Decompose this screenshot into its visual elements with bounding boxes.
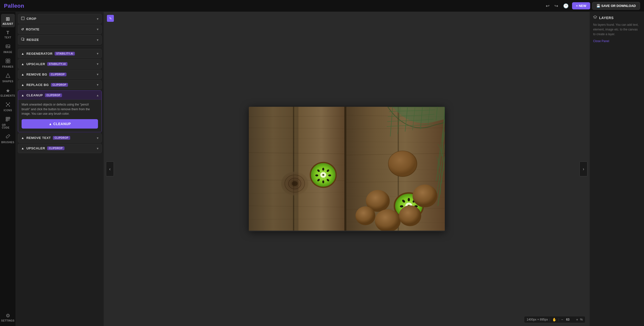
tool-remove-bg-left: ▲ REMOVE BG CLIPDROP bbox=[21, 73, 66, 76]
redo-button[interactable]: ↪ bbox=[553, 2, 560, 10]
tool-upscaler2: ▲ UPSCALER CLIPDROP ▾ bbox=[18, 144, 102, 153]
tool-rotate-header[interactable]: ↺ ROTATE ▾ bbox=[18, 25, 102, 34]
cleanup-icon: ▲ bbox=[21, 93, 24, 97]
svg-rect-0 bbox=[6, 45, 10, 48]
undo-button[interactable]: ↩ bbox=[544, 2, 551, 10]
upscaler1-chevron-icon: ▾ bbox=[97, 62, 98, 66]
tool-upscaler2-header[interactable]: ▲ UPSCALER CLIPDROP ▾ bbox=[18, 144, 102, 153]
tool-remove-bg-header[interactable]: ▲ REMOVE BG CLIPDROP ▾ bbox=[18, 70, 102, 79]
elements-icon: ★ bbox=[6, 88, 10, 94]
sidebar-item-icons[interactable]: ICONS bbox=[1, 100, 15, 114]
tool-upscaler1: ▲ UPSCALER STABILITY.AI ▾ bbox=[18, 59, 102, 69]
tool-remove-bg-label: REMOVE BG bbox=[26, 73, 47, 76]
zoom-percent-label: % bbox=[580, 318, 583, 321]
tool-replace-bg-left: ▲ REPLACE BG CLIPDROP bbox=[21, 83, 68, 87]
sidebar-item-image[interactable]: IMAGE bbox=[1, 42, 15, 55]
hand-tool-button[interactable]: ✋ bbox=[552, 318, 557, 322]
tool-upscaler1-left: ▲ UPSCALER STABILITY.AI bbox=[21, 62, 68, 66]
tool-cleanup-header[interactable]: ▲ CLEANUP CLIPDROP ▴ bbox=[18, 91, 102, 100]
sidebar-item-brushes-label: BRUSHES bbox=[1, 141, 14, 144]
zoom-input[interactable] bbox=[565, 318, 574, 321]
canvas-nav-left-button[interactable]: ‹ bbox=[106, 162, 114, 176]
svg-marker-110 bbox=[594, 16, 597, 17]
tool-upscaler1-header[interactable]: ▲ UPSCALER STABILITY.AI ▾ bbox=[18, 59, 102, 68]
app-logo: Palleon bbox=[4, 3, 24, 9]
svg-point-101 bbox=[400, 205, 403, 207]
sidebar-item-brushes[interactable]: BRUSHES bbox=[1, 132, 15, 146]
remove-bg-badge: CLIPDROP bbox=[49, 73, 66, 76]
history-button[interactable]: 🕐 bbox=[562, 2, 570, 10]
sidebar-item-frames[interactable]: FRAMES bbox=[1, 56, 15, 70]
regenerator-icon: ▲ bbox=[21, 52, 24, 55]
tools-divider-1 bbox=[18, 47, 102, 47]
svg-rect-17 bbox=[6, 120, 7, 121]
sidebar-item-settings[interactable]: ⚙ SETTINGS bbox=[1, 311, 15, 324]
zoom-in-button[interactable]: + bbox=[576, 318, 578, 322]
image-dimensions-label: 1400px × 895px bbox=[527, 318, 548, 321]
cleanup-action-button[interactable]: ▲ CLEANUP bbox=[22, 119, 98, 129]
svg-point-107 bbox=[412, 184, 437, 207]
upscaler1-icon: ▲ bbox=[21, 62, 24, 66]
sidebar-item-shapes[interactable]: SHAPES bbox=[1, 71, 15, 85]
zoom-out-button[interactable]: − bbox=[561, 318, 564, 322]
tool-regenerator-header[interactable]: ▲ REGENERATOR STABILITY.AI ▾ bbox=[18, 49, 102, 58]
layers-empty-message: No layers found. You can add text, eleme… bbox=[593, 22, 640, 37]
regenerator-chevron-icon: ▾ bbox=[97, 51, 98, 55]
sidebar-item-icons-label: ICONS bbox=[4, 109, 12, 112]
cleanup-badge: CLIPDROP bbox=[45, 93, 62, 97]
tool-regenerator-label: REGENERATOR bbox=[26, 52, 52, 55]
svg-point-89 bbox=[389, 151, 416, 176]
upscaler1-badge: STABILITY.AI bbox=[47, 62, 68, 66]
icon-sidebar: ⊞ ADJUST T TEXT IMAGE bbox=[0, 12, 16, 326]
tool-replace-bg-label: REPLACE BG bbox=[26, 83, 48, 87]
remove-bg-icon: ▲ bbox=[21, 73, 24, 76]
save-download-button[interactable]: 💾 SAVE OR DOWNLOAD bbox=[592, 2, 640, 10]
layers-title: LAYERS bbox=[593, 15, 640, 20]
remove-bg-chevron-icon: ▾ bbox=[97, 72, 98, 76]
canvas-image bbox=[249, 107, 445, 231]
tool-rotate: ↺ ROTATE ▾ bbox=[18, 24, 102, 34]
layers-panel: LAYERS No layers found. You can add text… bbox=[590, 12, 644, 326]
svg-rect-19 bbox=[9, 119, 10, 120]
sidebar-item-elements[interactable]: ★ ELEMENTS bbox=[1, 86, 15, 99]
topbar: Palleon ↩ ↪ 🕐 + NEW 💾 SAVE OR DOWNLOAD bbox=[0, 0, 644, 12]
tool-replace-bg-header[interactable]: ▲ REPLACE BG CLIPDROP ▾ bbox=[18, 80, 102, 89]
tool-upscaler1-label: UPSCALER bbox=[26, 62, 45, 66]
rotate-icon: ↺ bbox=[21, 27, 24, 31]
svg-point-11 bbox=[9, 106, 10, 107]
replace-bg-badge: CLIPDROP bbox=[51, 83, 68, 87]
svg-rect-46 bbox=[344, 107, 346, 231]
tools-panel: CROP ▾ ↺ ROTATE ▾ RESIZ bbox=[16, 12, 104, 326]
remove-text-icon: ▲ bbox=[21, 136, 24, 140]
tool-resize-header[interactable]: RESIZE ▾ bbox=[18, 35, 102, 44]
cleanup-chevron-icon: ▴ bbox=[97, 93, 98, 97]
svg-point-108 bbox=[356, 206, 375, 225]
sidebar-item-qrcode[interactable]: QR CODE bbox=[1, 115, 15, 131]
sidebar-item-text[interactable]: T TEXT bbox=[1, 28, 15, 41]
sidebar-item-frames-label: FRAMES bbox=[2, 65, 14, 68]
svg-rect-109 bbox=[249, 107, 298, 231]
new-button[interactable]: + NEW bbox=[572, 2, 590, 9]
svg-point-106 bbox=[399, 205, 421, 226]
tool-resize-label: RESIZE bbox=[26, 38, 39, 42]
svg-point-7 bbox=[7, 104, 9, 105]
tool-cleanup-label: CLEANUP bbox=[26, 93, 43, 97]
tool-crop: CROP ▾ bbox=[18, 14, 102, 23]
tool-remove-text-header[interactable]: ▲ REMOVE TEXT CLIPDROP ▾ bbox=[18, 134, 102, 143]
svg-point-95 bbox=[408, 198, 410, 201]
tool-cleanup-left: ▲ CLEANUP CLIPDROP bbox=[21, 93, 62, 97]
tool-regenerator: ▲ REGENERATOR STABILITY.AI ▾ bbox=[18, 49, 102, 58]
sidebar-item-shapes-label: SHAPES bbox=[2, 80, 13, 83]
frames-icon bbox=[6, 58, 10, 65]
status-bar: 1400px × 895px | ✋ | − + % bbox=[524, 316, 586, 323]
tool-crop-header[interactable]: CROP ▾ bbox=[18, 14, 102, 23]
sidebar-item-text-label: TEXT bbox=[4, 36, 12, 39]
canvas-nav-right-button[interactable]: › bbox=[580, 162, 588, 176]
svg-point-10 bbox=[6, 106, 7, 107]
topbar-actions: ↩ ↪ 🕐 + NEW 💾 SAVE OR DOWNLOAD bbox=[544, 2, 640, 10]
close-panel-link[interactable]: Close Panel bbox=[593, 39, 640, 43]
resize-icon bbox=[21, 38, 24, 42]
tool-cleanup-expanded: Mark unwanted objects or defects using t… bbox=[18, 100, 102, 132]
tool-crop-left: CROP bbox=[21, 16, 36, 21]
sidebar-item-adjust[interactable]: ⊞ ADJUST bbox=[1, 14, 15, 27]
